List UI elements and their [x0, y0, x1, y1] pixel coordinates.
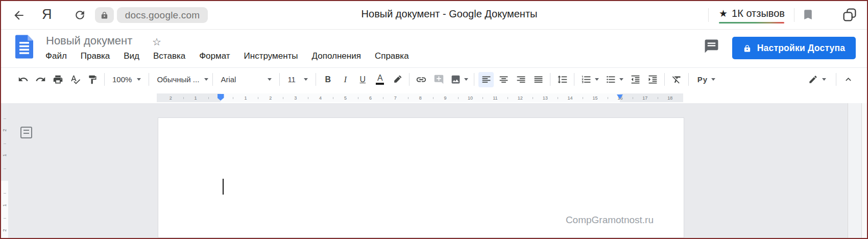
ruler-tick: [333, 97, 333, 99]
ruler-tick: [4, 193, 6, 194]
menu-item-help[interactable]: Справка: [375, 51, 409, 61]
clear-formatting-button[interactable]: [669, 72, 684, 87]
comment-icon: [704, 38, 719, 54]
input-tools-button[interactable]: Ру: [693, 72, 719, 87]
toolbar-separator: [574, 73, 574, 86]
redo-button[interactable]: [33, 72, 48, 87]
bulleted-list-button[interactable]: [603, 72, 625, 87]
document-outline-button[interactable]: [20, 127, 32, 138]
chevron-down-icon: [619, 78, 623, 81]
chevron-down-icon: [204, 78, 208, 81]
editing-mode-button[interactable]: [804, 72, 830, 87]
star-document-button[interactable]: ☆: [152, 36, 161, 48]
bold-button[interactable]: B: [320, 72, 335, 87]
link-icon: [416, 74, 427, 85]
ruler-number: 8: [419, 93, 422, 102]
menu-item-insert[interactable]: Вставка: [153, 51, 185, 61]
share-settings-label: Настройки Доступа: [757, 43, 846, 54]
vertical-ruler[interactable]: 2112: [1, 103, 8, 238]
ruler-number: 17: [642, 93, 647, 102]
bookmark-icon: [802, 8, 814, 21]
text-color-button[interactable]: A: [372, 72, 388, 87]
paint-roller-icon: [87, 75, 98, 85]
menu-item-format[interactable]: Формат: [199, 51, 230, 61]
ruler-tick: [558, 97, 558, 99]
decrease-indent-button[interactable]: [628, 72, 643, 87]
line-spacing-button[interactable]: [554, 72, 570, 87]
spellcheck-button[interactable]: [67, 72, 83, 87]
highlighter-icon: [393, 75, 402, 84]
menu-bar: ФайлПравкаВидВставкаФорматИнструментыДоп…: [45, 51, 409, 61]
toolbar-separator: [409, 73, 409, 86]
ruler-tick: [233, 97, 233, 99]
chevron-down-icon: [595, 78, 599, 81]
ruler-number: 2: [170, 93, 172, 102]
google-docs-logo[interactable]: [15, 35, 33, 61]
refresh-button[interactable]: [74, 9, 86, 21]
horizontal-ruler[interactable]: 21123456789101112131415161718: [157, 93, 683, 102]
document-title[interactable]: Новый документ: [46, 34, 132, 47]
address-bar[interactable]: docs.google.com: [117, 7, 208, 23]
undo-icon: [18, 74, 29, 85]
share-settings-button[interactable]: Настройки Доступа: [732, 37, 856, 59]
align-center-button[interactable]: [496, 72, 511, 87]
bookmark-button[interactable]: [802, 8, 814, 21]
menu-item-edit[interactable]: Правка: [81, 51, 110, 61]
image-icon: [450, 74, 461, 85]
toolbar-separator: [688, 73, 689, 86]
clear-formatting-icon: [671, 74, 682, 85]
site-security-badge[interactable]: [95, 7, 114, 23]
numbered-list-button[interactable]: [578, 72, 601, 87]
yandex-logo-glyph: Я: [42, 7, 52, 22]
ruler-tick: [508, 97, 508, 99]
zoom-select[interactable]: 100%: [108, 72, 146, 87]
ruler-tick: [4, 169, 6, 169]
insert-comment-button[interactable]: [431, 72, 446, 87]
browser-toolbar: Я docs.google.com Новый документ - Googl…: [1, 1, 867, 30]
insert-image-button[interactable]: [448, 72, 470, 87]
font-size-select[interactable]: 11: [283, 72, 312, 87]
underline-button[interactable]: U: [355, 72, 370, 87]
undo-button[interactable]: [15, 72, 31, 87]
menu-item-tools[interactable]: Инструменты: [244, 51, 298, 61]
rating-label: 1К отзывов: [732, 8, 785, 19]
paint-format-button[interactable]: [85, 72, 100, 87]
menu-item-view[interactable]: Вид: [124, 51, 139, 61]
print-icon: [53, 74, 63, 85]
paragraph-style-select[interactable]: Обычный ...: [152, 72, 209, 87]
ruler-tick: [533, 97, 533, 99]
hide-menus-button[interactable]: [840, 72, 856, 87]
italic-button[interactable]: I: [337, 72, 353, 87]
bulleted-list-icon: [606, 74, 616, 85]
ruler-number: 1: [195, 93, 197, 102]
align-right-button[interactable]: [513, 72, 528, 87]
print-button[interactable]: [50, 72, 65, 87]
sidebar-panels-button[interactable]: [841, 7, 858, 23]
highlight-color-button[interactable]: [390, 72, 405, 87]
yandex-logo[interactable]: Я: [42, 7, 52, 22]
text-cursor: [223, 179, 224, 195]
document-canvas-area: 2112 CompGramotnost.ru: [1, 103, 867, 238]
input-tools-label: Ру: [697, 75, 708, 84]
menu-item-addons[interactable]: Дополнения: [312, 51, 361, 61]
toolbar-divider: [794, 8, 794, 22]
insert-link-button[interactable]: [414, 72, 429, 87]
align-left-icon: [481, 74, 492, 85]
url-host: docs.google.com: [125, 10, 200, 21]
ruler-tick: [608, 97, 608, 99]
ruler-number: 15: [592, 93, 597, 102]
underline-icon: U: [360, 75, 366, 84]
align-left-button[interactable]: [478, 72, 494, 87]
font-family-select[interactable]: Arial: [216, 72, 276, 87]
menu-item-file[interactable]: Файл: [45, 51, 67, 61]
comment-history-button[interactable]: [704, 38, 719, 56]
text-color-icon: A: [376, 74, 384, 85]
back-button[interactable]: [12, 9, 26, 22]
ruler-number: 6: [369, 93, 372, 102]
vertical-scrollbar[interactable]: [848, 103, 862, 238]
align-justify-button[interactable]: [531, 72, 546, 87]
increase-indent-button[interactable]: [645, 72, 660, 87]
chevron-up-icon: [843, 74, 854, 85]
site-rating[interactable]: ★ 1К отзывов: [719, 8, 785, 19]
back-arrow-icon: [12, 9, 26, 22]
